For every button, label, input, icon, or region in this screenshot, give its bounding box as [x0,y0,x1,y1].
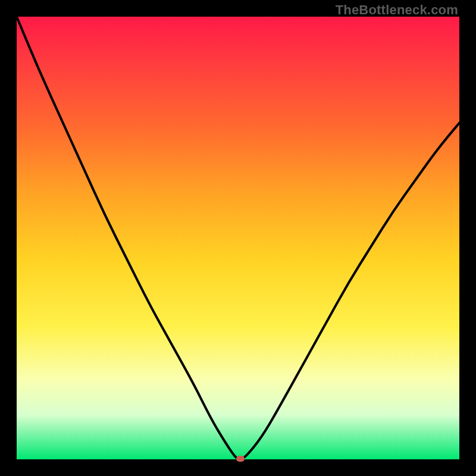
watermark-text: TheBottleneck.com [336,2,458,18]
bottleneck-curve [17,17,459,459]
minimum-marker [236,456,245,462]
curve-svg [17,17,459,459]
plot-area [17,17,459,459]
chart-frame: TheBottleneck.com [0,0,476,476]
